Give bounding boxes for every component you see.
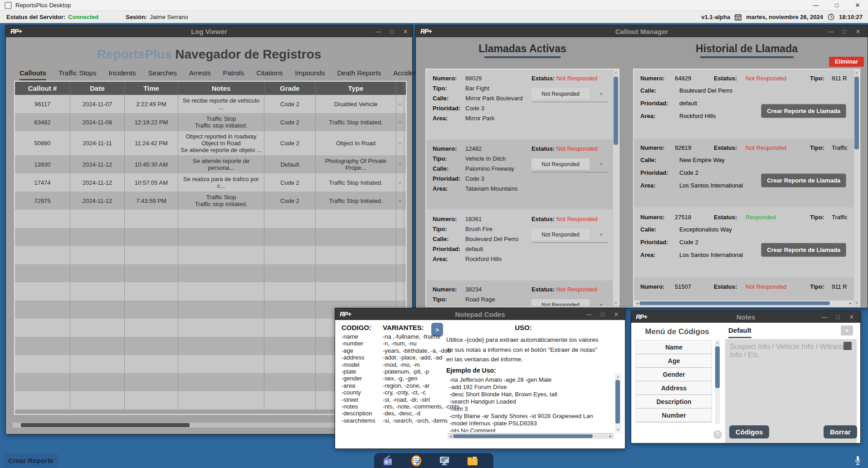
vertical-scrollbar[interactable]: ▲ ▼ <box>615 374 621 433</box>
log-viewer-tab[interactable]: Incidents <box>109 69 136 80</box>
log-viewer-tab[interactable]: Searches <box>148 69 177 80</box>
log-viewer-tab[interactable]: Arrests <box>189 69 211 80</box>
empty-table-row[interactable] <box>15 264 406 282</box>
scroll-up-icon[interactable]: ▲ <box>854 69 859 75</box>
status-dropdown[interactable]: Not Responded ▾ <box>532 299 590 307</box>
scrollbar-thumb[interactable] <box>854 77 859 149</box>
notes-titlebar[interactable]: RP+ Notes — □ ✕ <box>631 311 860 323</box>
codes-button[interactable]: Códigos <box>729 425 769 438</box>
codes-menu-item[interactable]: Gender <box>636 368 712 381</box>
status-dropdown[interactable]: Not Responded ▾ <box>532 88 590 99</box>
scroll-left-icon[interactable]: ◄ <box>449 434 453 439</box>
scroll-left-icon[interactable]: ◄ <box>635 301 639 306</box>
scroll-down-icon[interactable]: ▼ <box>613 300 619 306</box>
maximize-button[interactable]: □ <box>596 311 610 318</box>
row-handle-icon[interactable]: = <box>396 113 404 131</box>
close-button[interactable]: ✕ <box>610 311 623 318</box>
vertical-scrollbar[interactable]: ▲ <box>715 340 720 424</box>
scroll-up-icon[interactable]: ▲ <box>615 374 621 379</box>
create-call-report-button[interactable]: Crear Reporte de Llamada <box>761 104 846 118</box>
col-date[interactable]: Date <box>70 82 125 95</box>
col-time[interactable]: Time <box>125 82 178 95</box>
log-viewer-tab[interactable]: Patrols <box>223 69 244 80</box>
col-type[interactable]: Type <box>316 82 396 95</box>
vertical-scrollbar[interactable]: ▲ ▼ <box>613 69 619 306</box>
row-handle-icon[interactable]: = <box>396 192 404 210</box>
minimize-button[interactable]: — <box>818 314 831 320</box>
status-dropdown[interactable]: Not Responded ▾ <box>532 158 590 170</box>
scrollbar-thumb[interactable] <box>615 380 620 424</box>
log-viewer-tab[interactable]: Traffic Stops <box>59 69 96 80</box>
scroll-up-icon[interactable]: ▲ <box>613 69 619 75</box>
log-viewer-tab[interactable]: Impounds <box>295 69 325 80</box>
scrollbar-thumb[interactable] <box>639 301 830 305</box>
os-close-button[interactable]: ✕ <box>847 0 868 10</box>
clear-button[interactable]: Borrar <box>824 425 857 438</box>
log-viewer-tab[interactable]: Citations <box>256 69 283 80</box>
delete-button[interactable]: Eliminar <box>829 57 864 67</box>
scrollbar-thumb[interactable] <box>21 423 190 427</box>
scrollbar-thumb[interactable] <box>715 346 720 388</box>
empty-table-row[interactable] <box>15 246 406 264</box>
maximize-button[interactable]: □ <box>831 314 845 320</box>
help-button[interactable]: ? <box>713 430 722 439</box>
codes-menu-item[interactable]: Number <box>636 409 712 422</box>
row-handle-icon[interactable]: = <box>396 131 404 155</box>
empty-table-row[interactable] <box>15 228 406 246</box>
vertical-scrollbar[interactable]: ▲ ▼ <box>853 69 859 306</box>
codes-menu-item[interactable]: Address <box>636 381 712 395</box>
folder-icon[interactable] <box>467 455 478 467</box>
resize-handle[interactable] <box>844 342 852 350</box>
radio-icon[interactable] <box>382 455 394 467</box>
row-handle-icon[interactable]: = <box>396 95 404 113</box>
minimize-button[interactable]: — <box>371 28 385 35</box>
log-viewer-tab[interactable]: Death Reports <box>337 69 381 80</box>
maximize-button[interactable]: □ <box>838 28 851 35</box>
scroll-down-icon[interactable]: ▼ <box>854 300 859 306</box>
scrollbar-thumb[interactable] <box>614 77 618 145</box>
create-call-report-button[interactable]: Crear Reporte de Llamada <box>761 173 846 187</box>
scroll-right-icon[interactable]: ► <box>848 301 853 306</box>
codes-menu-item[interactable]: Name <box>636 340 712 354</box>
codes-menu-item[interactable]: Description <box>636 395 712 409</box>
computer-settings-icon[interactable] <box>439 455 450 467</box>
horizontal-scrollbar[interactable]: ◄ ► <box>448 433 614 439</box>
codes-menu-item[interactable]: Age <box>636 354 712 368</box>
table-row[interactable]: 13930 2024-11-12 10:45:30 AM Se atiende … <box>15 155 406 173</box>
notepad-codes-titlebar[interactable]: RP+ Notepad Codes — □ ✕ <box>335 308 625 320</box>
os-minimize-button[interactable]: — <box>805 0 826 10</box>
table-row[interactable]: 17474 2024-11-12 10:57:05 AM Se realiza … <box>15 173 406 192</box>
empty-table-row[interactable] <box>15 282 406 301</box>
col-callout[interactable]: Callout # <box>15 82 70 95</box>
scroll-right-icon[interactable]: ► <box>609 434 613 439</box>
callout-manager-titlebar[interactable]: RP+ Callout Manager — □ ✕ <box>416 25 868 37</box>
os-maximize-button[interactable]: □ <box>826 0 847 10</box>
notepad-icon[interactable] <box>410 455 422 467</box>
row-handle-icon[interactable]: = <box>396 155 404 173</box>
col-notes[interactable]: Notes <box>178 82 264 95</box>
close-button[interactable]: ✕ <box>845 314 858 320</box>
table-row[interactable]: 96117 2024-11-07 2:22:49 PM Se recibe re… <box>15 95 406 113</box>
status-dropdown[interactable]: Not Responded ▾ <box>532 229 590 240</box>
microphone-icon[interactable] <box>854 456 861 468</box>
row-handle-icon[interactable]: = <box>396 173 404 192</box>
scroll-down-icon[interactable]: ▼ <box>615 427 621 433</box>
create-call-report-button[interactable]: Crear Reporte de Llamada <box>761 243 846 257</box>
scrollbar-thumb[interactable] <box>453 434 593 438</box>
log-viewer-tab[interactable]: Callouts <box>20 69 46 80</box>
horizontal-scrollbar[interactable]: ◄ ► <box>634 300 853 306</box>
minimize-button[interactable]: — <box>582 311 596 318</box>
table-row[interactable]: 72975 2024-11-12 7:43:59 PM Traffic Stop… <box>15 192 406 210</box>
close-button[interactable]: ✕ <box>851 28 865 35</box>
tab-default[interactable]: Default <box>728 326 751 338</box>
table-row[interactable]: 63482 2024-11-08 12:19:22 PM Traffic Sto… <box>15 113 406 131</box>
col-grade[interactable]: Grade <box>264 82 316 95</box>
close-button[interactable]: ✕ <box>399 28 412 35</box>
log-viewer-titlebar[interactable]: RP+ Log Viewer — □ ✕ <box>6 25 412 37</box>
scroll-up-icon[interactable]: ▲ <box>715 340 720 345</box>
add-tab-button[interactable]: + <box>841 325 853 335</box>
table-row[interactable]: 50890 2024-11-11 11:24:42 PM Object repo… <box>15 131 406 155</box>
maximize-button[interactable]: □ <box>385 28 399 35</box>
empty-table-row[interactable] <box>15 210 406 228</box>
minimize-button[interactable]: — <box>824 28 838 35</box>
